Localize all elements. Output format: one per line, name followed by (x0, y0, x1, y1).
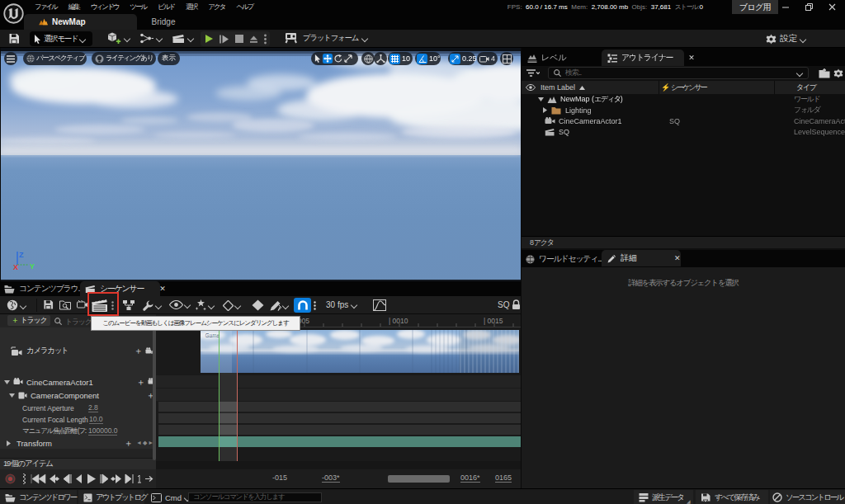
svg-text:Game: Game (205, 332, 220, 337)
svg-text:Z: Z (19, 251, 24, 259)
svg-text:X: X (13, 263, 18, 271)
svg-text:Y: Y (30, 262, 35, 271)
